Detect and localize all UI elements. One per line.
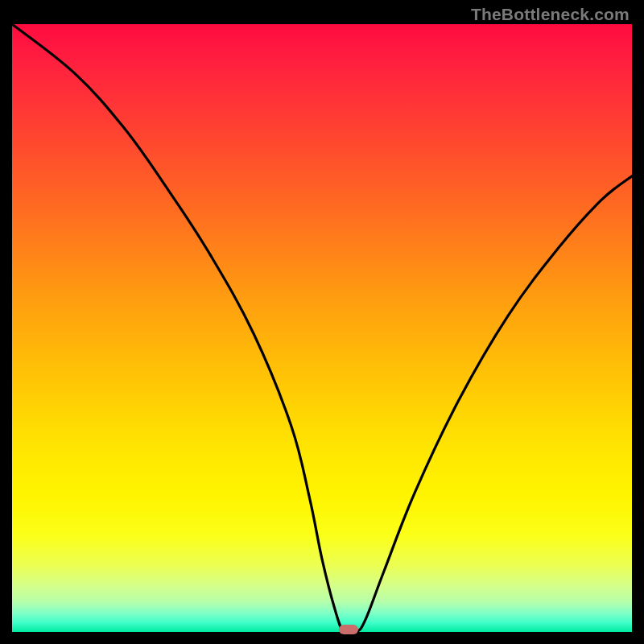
watermark-text: TheBottleneck.com (471, 5, 630, 24)
bottleneck-curve (12, 24, 632, 632)
plot-area (12, 24, 632, 632)
minimum-marker (339, 625, 358, 634)
chart-container: TheBottleneck.com (0, 0, 644, 644)
